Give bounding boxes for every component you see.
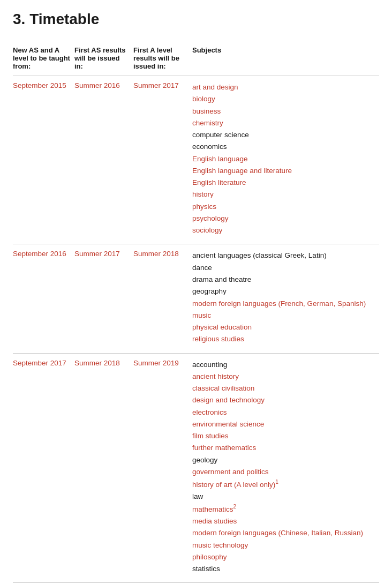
subject-item[interactable]: mathematics2 <box>192 503 379 515</box>
subject-item: ancient languages (classical Greek, Lati… <box>192 250 379 261</box>
subject-item: economics <box>192 141 379 153</box>
subject-item[interactable]: classical civilisation <box>192 383 379 394</box>
subject-item[interactable]: religious studies <box>192 333 379 345</box>
subject-item[interactable]: English literature <box>192 177 379 189</box>
subject-item: dance <box>192 262 379 274</box>
subject-item[interactable]: art and design <box>192 81 379 93</box>
subject-item[interactable]: English language and literature <box>192 165 379 177</box>
subject-item[interactable]: biology <box>192 93 379 105</box>
subject-item[interactable]: ancient history <box>192 371 379 383</box>
col-header-subjects: Subjects <box>192 43 379 76</box>
cell-alevel-results: Summer 2018 <box>133 244 192 353</box>
subject-item[interactable]: music technology <box>192 540 379 551</box>
subject-item[interactable]: music <box>192 310 379 321</box>
table-row: September 2016Summer 2017Summer 2018anci… <box>13 244 379 353</box>
cell-taught-from: September 2015 <box>13 76 74 244</box>
cell-alevel-results: Summer 2019 <box>133 353 192 583</box>
subject-item[interactable]: film studies <box>192 430 379 442</box>
subject-item: drama and theatre <box>192 274 379 286</box>
cell-taught-from: September 2016 <box>13 244 74 353</box>
subject-item[interactable]: physics <box>192 201 379 213</box>
subject-item: computer science <box>192 129 379 141</box>
subject-item: statistics <box>192 563 379 575</box>
subject-item[interactable]: government and politics <box>192 466 379 478</box>
subject-item[interactable]: modern foreign languages (French, German… <box>192 298 379 310</box>
subject-item[interactable]: history <box>192 189 379 200</box>
col-header-as: First AS results will be issued in: <box>74 43 133 76</box>
subject-item[interactable]: chemistry <box>192 117 379 129</box>
cell-subjects: ancient languages (classical Greek, Lati… <box>192 244 379 353</box>
cell-subjects: art and designbiologybusinesschemistryco… <box>192 76 379 244</box>
col-header-alevel: First A level results will be issued in: <box>133 43 192 76</box>
table-row: September 2017Summer 2018Summer 2019acco… <box>13 353 379 583</box>
subject-item: geography <box>192 286 379 297</box>
cell-as-results: Summer 2017 <box>74 244 133 353</box>
cell-alevel-results: Summer 2017 <box>133 76 192 244</box>
subject-item[interactable]: modern foreign languages (Chinese, Itali… <box>192 527 379 539</box>
subject-item[interactable]: physical education <box>192 321 379 333</box>
subject-item[interactable]: psychology <box>192 213 379 224</box>
col-header-taught: New AS and A level to be taught from: <box>13 43 74 76</box>
timetable: New AS and A level to be taught from: Fi… <box>13 43 379 584</box>
cell-as-results: Summer 2018 <box>74 353 133 583</box>
cell-subjects: accountingancient historyclassical civil… <box>192 353 379 583</box>
subject-item: accounting <box>192 359 379 371</box>
subject-item[interactable]: sociology <box>192 224 379 236</box>
subject-item: law <box>192 491 379 503</box>
subject-item[interactable]: electronics <box>192 407 379 418</box>
subject-item[interactable]: design and technology <box>192 394 379 406</box>
cell-taught-from: September 2017 <box>13 353 74 583</box>
subject-item[interactable]: further mathematics <box>192 442 379 454</box>
subject-item[interactable]: history of art (A level only)1 <box>192 478 379 491</box>
table-row: September 2015Summer 2016Summer 2017art … <box>13 76 379 244</box>
page-title: 3. Timetable <box>13 11 379 28</box>
cell-as-results: Summer 2016 <box>74 76 133 244</box>
subject-item[interactable]: English language <box>192 153 379 165</box>
subject-item: geology <box>192 454 379 466</box>
subject-item[interactable]: media studies <box>192 515 379 527</box>
subject-item[interactable]: environmental science <box>192 418 379 430</box>
subject-item[interactable]: business <box>192 106 379 117</box>
subject-item[interactable]: philosophy <box>192 551 379 563</box>
